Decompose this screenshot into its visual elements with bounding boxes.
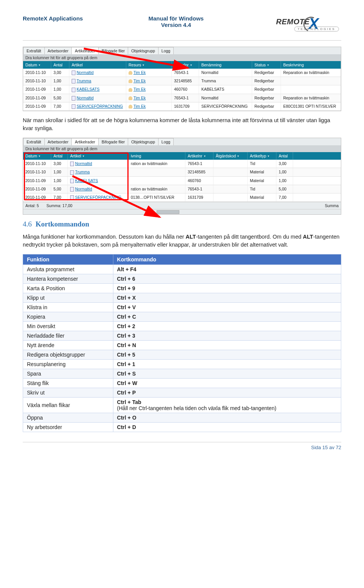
col-artikel[interactable]: Artikel (69, 61, 126, 69)
screenshot-grid-1: ExtrafältArbetsorderArtikelraderBifogade… (23, 47, 341, 111)
shortcut-function: Avsluta programmet (23, 265, 113, 274)
shortcut-function: Spara (23, 369, 113, 379)
col-benämning[interactable]: Benämning (199, 61, 252, 69)
scroll-thumb[interactable] (157, 210, 179, 214)
table-row[interactable]: 2010-11-103,00NormaltidTim Ek76543-1Norm… (23, 69, 341, 77)
shortcut-key: Ctrl + 3 (113, 331, 341, 341)
filter-icon[interactable]: ▾ (204, 154, 206, 158)
doc-icon (72, 79, 75, 83)
filter-icon[interactable]: ▾ (268, 154, 269, 158)
table-row[interactable]: 2010-11-097,00SERVICEFÖRPACKNING0138…OPT… (23, 193, 341, 202)
tab-logg[interactable]: Logg (158, 138, 174, 145)
tab-bifogade filer[interactable]: Bifogade filer (98, 138, 128, 145)
ss2-tabs: ExtrafältArbetsorderArtikelraderBifogade… (23, 138, 341, 145)
tab-artikelrader[interactable]: Artikelrader (71, 138, 99, 145)
col-antal[interactable]: Antal (276, 152, 293, 160)
ss2-header-row: Datum▾AntalArtikel▾ivningArtikelnr▾Åtgär… (23, 152, 341, 160)
doc-icon (70, 187, 74, 192)
col-åtgärdskod[interactable]: Åtgärdskod▾ (213, 152, 248, 160)
user-icon (129, 79, 132, 83)
col-artikelnr[interactable]: Artikelnr▾ (172, 61, 199, 69)
col-artikel[interactable]: Artikel▾ (68, 152, 129, 160)
shortcut-row: Nytt ärendeCtrl + N (23, 341, 341, 350)
shortcut-key: Ctrl + 6 (113, 274, 341, 284)
filter-icon[interactable]: ▾ (190, 63, 192, 67)
col-datum[interactable]: Datum▾ (23, 61, 51, 69)
shortcut-key: Ctrl + P (113, 388, 341, 398)
shortcut-row: Skriv utCtrl + P (23, 388, 341, 398)
filter-icon[interactable]: ▾ (39, 63, 40, 67)
ss1-group-hint: Dra kolumner hit för att gruppera på dem (23, 54, 341, 61)
col-resurs[interactable]: Resurs▾ (126, 61, 172, 69)
shortcut-row: Växla mellan flikarCtrl + Tab(Håll ner C… (23, 398, 341, 413)
logo-subtext: TECHNOLOGIES (294, 27, 339, 31)
section-body: Många funktioner har kortkommandon. Dess… (23, 233, 341, 249)
tab-artikelrader[interactable]: Artikelrader (71, 47, 99, 54)
screenshot-grid-2: ExtrafältArbetsorderArtikelraderBifogade… (23, 138, 341, 215)
table-row[interactable]: 2010-11-101,00Trumma32148585Material1,00 (23, 168, 341, 176)
shortcut-function: Stäng flik (23, 379, 113, 388)
shortcut-key: Ctrl + W (113, 379, 341, 388)
tab-objektsgrupp[interactable]: Objektsgrupp (128, 138, 158, 145)
shortcut-function: Klipp ut (23, 293, 113, 303)
tab-arbetsorder[interactable]: Arbetsorder (44, 47, 72, 54)
shortcut-function: Kopiera (23, 312, 113, 322)
filter-icon[interactable]: ▾ (83, 154, 84, 158)
col-artikeltyp[interactable]: Artikeltyp▾ (248, 152, 276, 160)
shortcut-row: Min översiktCtrl + 2 (23, 322, 341, 331)
header-subtitle: Version 4.4 (83, 22, 269, 28)
table-row[interactable]: 2010-11-091,00KABELSATSTim Ek460760KABEL… (23, 85, 341, 94)
col-ivning[interactable]: ivning (129, 152, 185, 160)
table-row[interactable]: 2010-11-103,00Normaltidration av tvättma… (23, 160, 341, 168)
col-artikelnr[interactable]: Artikelnr▾ (185, 152, 213, 160)
tab-logg[interactable]: Logg (158, 47, 174, 54)
shortcut-function: Skriv ut (23, 388, 113, 398)
shortcut-key: Ctrl + V (113, 303, 341, 312)
doc-icon (70, 170, 74, 175)
table-row[interactable]: 2010-11-095,00NormaltidTim Ek76543-1Norm… (23, 94, 341, 102)
tab-extrafält[interactable]: Extrafält (23, 47, 45, 54)
shortcut-row: ÖppnaCtrl + O (23, 413, 341, 423)
tab-extrafält[interactable]: Extrafält (23, 138, 45, 145)
shortcut-row: Avsluta programmetAlt + F4 (23, 265, 341, 274)
doc-icon (72, 88, 75, 92)
filter-icon[interactable]: ▾ (237, 154, 239, 158)
ss2-sum: Summa: 17,00 (47, 203, 72, 208)
shortcut-key: Ctrl + Tab(Håll ner Ctrl-tangenten hela … (113, 398, 341, 413)
tab-bifogade filer[interactable]: Bifogade filer (98, 47, 128, 54)
ss2-scrollbar[interactable] (23, 209, 341, 214)
table-row[interactable]: 2010-11-095,00Normaltidration av tvättma… (23, 185, 341, 193)
shortcut-row: Nerladdade filerCtrl + 3 (23, 331, 341, 341)
tab-arbetsorder[interactable]: Arbetsorder (44, 138, 72, 145)
ss2-group-hint: Dra kolumner hit för att gruppera på dem (23, 145, 341, 152)
ss2-sum-right: Summa (325, 203, 339, 208)
col-beskrivning[interactable]: Beskrivning (281, 61, 341, 69)
shortcut-key: Ctrl + 2 (113, 322, 341, 331)
table-row[interactable]: 2010-11-101,00TrummaTim Ek32148585Trumma… (23, 77, 341, 85)
col-antal[interactable]: Antal (51, 152, 68, 160)
shortcut-function: Min översikt (23, 322, 113, 331)
doc-icon (70, 179, 74, 183)
doc-icon (72, 71, 75, 75)
filter-icon[interactable]: ▾ (39, 154, 40, 158)
shortcut-key: Ctrl + N (113, 341, 341, 350)
table-row[interactable]: 2010-11-097,00SERVICEFÖRPACKNINGTim Ek16… (23, 102, 341, 111)
filter-icon[interactable]: ▾ (143, 63, 144, 67)
doc-icon (72, 96, 75, 101)
user-icon (129, 88, 132, 92)
shortcut-function: Hantera kompetenser (23, 274, 113, 284)
doc-icon (70, 162, 74, 166)
filter-icon[interactable]: ▾ (267, 63, 269, 67)
shortcuts-table: Funktion Kortkommando Avsluta programmet… (23, 254, 341, 432)
shortcuts-col-key: Kortkommando (113, 255, 341, 265)
col-status[interactable]: Status▾ (252, 61, 281, 69)
shortcut-key: Alt + F4 (113, 265, 341, 274)
doc-icon (72, 104, 75, 109)
page-header: RemoteX Applications Manual för Windows … (23, 15, 341, 41)
tab-objektsgrupp[interactable]: Objektsgrupp (128, 47, 158, 54)
col-datum[interactable]: Datum▾ (23, 152, 51, 160)
table-row[interactable]: 2010-11-091,00KABELSATS460760Material1,0… (23, 177, 341, 185)
shortcut-key: Ctrl + X (113, 293, 341, 303)
col-antal[interactable]: Antal (51, 61, 69, 69)
shortcut-key: Ctrl + 9 (113, 284, 341, 293)
